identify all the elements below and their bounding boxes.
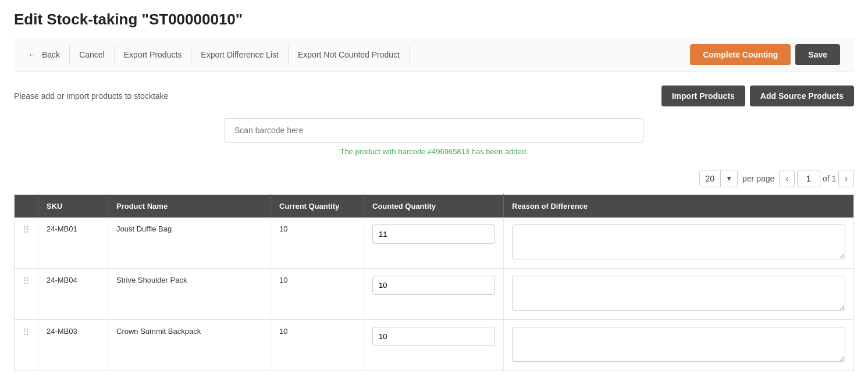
import-products-button[interactable]: Import Products	[661, 85, 745, 106]
products-table: SKU Product Name Current Quantity Counte…	[14, 194, 854, 371]
add-source-products-button[interactable]: Add Source Products	[750, 85, 854, 106]
current-qty-cell: 10	[271, 218, 364, 269]
toolbar: ← Back Cancel Export Products Export Dif…	[14, 38, 854, 72]
pagination-bar: 20 ▼ per page ‹ of 1 ›	[14, 170, 854, 187]
per-page-dropdown-button[interactable]: ▼	[721, 171, 737, 186]
counted-qty-cell	[364, 218, 504, 269]
main-content: Please add or import products to stockta…	[0, 72, 868, 385]
reason-cell	[504, 320, 854, 371]
per-page-label: per page	[742, 174, 774, 183]
complete-counting-button[interactable]: Complete Counting	[690, 44, 791, 65]
counted-qty-input[interactable]	[372, 224, 495, 244]
back-arrow-icon: ←	[28, 50, 36, 59]
counted-qty-input[interactable]	[372, 276, 495, 295]
export-difference-list-button[interactable]: Export Difference List	[191, 45, 289, 64]
sku-cell: 24-MB04	[38, 269, 108, 320]
table-row: ⠿ 24-MB03 Crown Summit Backpack 10	[15, 320, 854, 371]
page-nav: ‹ of 1 ›	[779, 170, 854, 187]
reason-textarea[interactable]	[512, 276, 845, 311]
page-container: Edit Stock-taking "ST00000010" ← Back Ca…	[0, 0, 868, 392]
page-header: Edit Stock-taking "ST00000010" ← Back Ca…	[0, 0, 868, 72]
per-page-wrapper: 20 ▼	[699, 170, 738, 187]
top-bar: Please add or import products to stockta…	[14, 85, 854, 106]
back-button[interactable]: ← Back	[28, 45, 70, 64]
export-not-counted-button[interactable]: Export Not Counted Product	[289, 45, 410, 64]
export-products-button[interactable]: Export Products	[115, 45, 192, 64]
current-page-input[interactable]	[797, 170, 820, 187]
info-text: Please add or import products to stockta…	[14, 91, 168, 101]
drag-handle-cell: ⠿	[15, 269, 38, 320]
counted-qty-input[interactable]	[372, 327, 495, 346]
reason-cell	[504, 218, 854, 269]
col-header-counted-qty: Counted Quantity	[364, 195, 504, 218]
current-qty-cell: 10	[271, 269, 364, 320]
next-page-button[interactable]: ›	[838, 170, 854, 187]
col-header-reason: Reason of Difference	[504, 195, 854, 218]
drag-handle-cell: ⠿	[15, 218, 38, 269]
col-header-drag	[15, 195, 38, 218]
table-header: SKU Product Name Current Quantity Counte…	[15, 195, 854, 218]
drag-handle-icon[interactable]: ⠿	[23, 276, 30, 286]
prev-page-button[interactable]: ‹	[779, 170, 795, 187]
table-body: ⠿ 24-MB01 Joust Duffle Bag 10 ⠿ 24-MB04 …	[15, 218, 854, 371]
table-row: ⠿ 24-MB01 Joust Duffle Bag 10	[15, 218, 854, 269]
barcode-section: The product with barcode #496965813 has …	[14, 118, 854, 156]
reason-textarea[interactable]	[512, 224, 845, 259]
page-of-label: of 1	[823, 174, 836, 183]
current-qty-cell: 10	[271, 320, 364, 371]
drag-handle-cell: ⠿	[15, 320, 38, 371]
product-name-cell: Joust Duffle Bag	[108, 218, 271, 269]
product-name-cell: Strive Shoulder Pack	[108, 269, 271, 320]
barcode-input[interactable]	[225, 118, 643, 142]
action-buttons: Import Products Add Source Products	[661, 85, 854, 106]
sku-cell: 24-MB01	[38, 218, 108, 269]
cancel-button[interactable]: Cancel	[70, 45, 115, 64]
barcode-success-message: The product with barcode #496965813 has …	[340, 147, 528, 156]
drag-handle-icon[interactable]: ⠿	[23, 327, 30, 337]
counted-qty-cell	[364, 269, 504, 320]
counted-qty-cell	[364, 320, 504, 371]
col-header-product-name: Product Name	[108, 195, 271, 218]
save-button[interactable]: Save	[795, 44, 840, 65]
drag-handle-icon[interactable]: ⠿	[23, 225, 30, 235]
col-header-sku: SKU	[38, 195, 108, 218]
page-title: Edit Stock-taking "ST00000010"	[14, 10, 854, 28]
reason-textarea[interactable]	[512, 327, 845, 362]
reason-cell	[504, 269, 854, 320]
col-header-current-qty: Current Quantity	[271, 195, 364, 218]
per-page-value: 20	[700, 170, 721, 187]
table-row: ⠿ 24-MB04 Strive Shoulder Pack 10	[15, 269, 854, 320]
sku-cell: 24-MB03	[38, 320, 108, 371]
product-name-cell: Crown Summit Backpack	[108, 320, 271, 371]
